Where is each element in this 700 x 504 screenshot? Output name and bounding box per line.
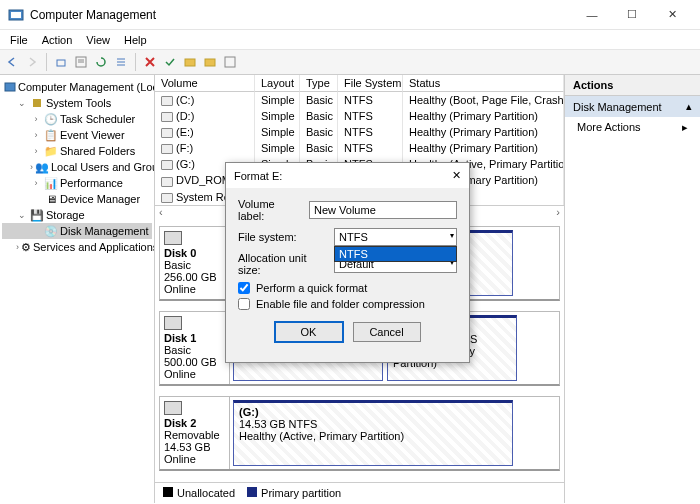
disk-label[interactable]: Disk 0Basic256.00 GBOnline [160,227,230,299]
forward-icon[interactable] [24,54,40,70]
col-filesystem[interactable]: File System [338,75,403,92]
svg-rect-13 [33,99,41,107]
menu-help[interactable]: Help [118,32,153,48]
back-icon[interactable] [4,54,20,70]
actions-disk-management[interactable]: Disk Management▴ [565,96,700,117]
toolbar [0,49,700,75]
tree-shared-folders[interactable]: ›📁Shared Folders [2,143,152,159]
volume-icon [161,112,173,122]
chevron-right-icon: ▸ [682,121,688,134]
filesystem-dropdown: NTFS [334,246,457,262]
volume-header-row: Volume Layout Type File System Status [155,75,564,92]
maximize-button[interactable]: ☐ [612,1,652,29]
tree-performance[interactable]: ›📊Performance [2,175,152,191]
actions-panel: Actions Disk Management▴ More Actions▸ [565,75,700,503]
delete-icon[interactable] [142,54,158,70]
compression-input[interactable] [238,298,250,310]
chevron-down-icon: ▾ [450,231,454,240]
properties-icon[interactable] [73,54,89,70]
col-layout[interactable]: Layout [255,75,300,92]
volume-row[interactable]: (F:)SimpleBasicNTFSHealthy (Primary Part… [155,140,564,156]
filesystem-option-ntfs[interactable]: NTFS [335,247,456,261]
volume-icon [161,96,173,106]
tree-task-scheduler[interactable]: ›🕒Task Scheduler [2,111,152,127]
dialog-title: Format E: [234,170,282,182]
menu-file[interactable]: File [4,32,34,48]
disk-label[interactable]: Disk 2Removable14.53 GBOnline [160,397,230,469]
disk-icon [164,401,182,415]
tree-disk-management[interactable]: 💿Disk Management [2,223,152,239]
help-icon[interactable] [222,54,238,70]
refresh-icon[interactable] [93,54,109,70]
volume-icon [161,144,173,154]
minimize-button[interactable]: — [572,1,612,29]
tree-storage[interactable]: ⌄💾Storage [2,207,152,223]
actions-more[interactable]: More Actions▸ [565,117,700,138]
tree-local-users[interactable]: ›👥Local Users and Groups [2,159,152,175]
partition[interactable]: (G:)14.53 GB NTFSHealthy (Active, Primar… [233,400,513,466]
cancel-button[interactable]: Cancel [353,322,421,342]
compression-checkbox[interactable]: Enable file and folder compression [238,298,457,310]
tree-system-tools[interactable]: ⌄System Tools [2,95,152,111]
app-icon [8,7,24,23]
legend-unallocated: Unallocated [163,487,235,499]
disk-label[interactable]: Disk 1Basic500.00 GBOnline [160,312,230,384]
svg-rect-12 [5,83,15,91]
volume-icon [161,177,173,187]
tree-device-manager[interactable]: 🖥Device Manager [2,191,152,207]
tree-root[interactable]: Computer Management (Local [2,79,152,95]
volume-icon [161,193,173,203]
disk-icon [164,231,182,245]
window-title: Computer Management [30,8,572,22]
list-icon[interactable] [113,54,129,70]
svg-rect-2 [57,60,65,66]
volume-row[interactable]: (C:)SimpleBasicNTFSHealthy (Boot, Page F… [155,92,564,108]
svg-rect-9 [185,59,195,66]
menubar: File Action View Help [0,30,700,49]
svg-rect-10 [205,59,215,66]
svg-rect-1 [11,12,21,18]
filesystem-label: File system: [238,231,328,243]
collapse-icon: ▴ [686,100,692,113]
format-dialog: Format E: ✕ Volume label: File system: N… [225,162,470,363]
up-icon[interactable] [53,54,69,70]
svg-rect-11 [225,57,235,67]
allocation-label: Allocation unit size: [238,252,328,276]
titlebar: Computer Management — ☐ ✕ [0,0,700,30]
volume-row[interactable]: (D:)SimpleBasicNTFSHealthy (Primary Part… [155,108,564,124]
tree-services-apps[interactable]: ›⚙Services and Applications [2,239,152,255]
actions-header: Actions [565,75,700,96]
volume-icon [161,160,173,170]
ok-button[interactable]: OK [275,322,343,342]
disk-row: Disk 2Removable14.53 GBOnline(G:)14.53 G… [159,396,560,471]
legend-primary: Primary partition [247,487,341,499]
folder-icon[interactable] [182,54,198,70]
volume-label-label: Volume label: [238,198,303,222]
volume-row[interactable]: (E:)SimpleBasicNTFSHealthy (Primary Part… [155,124,564,140]
quick-format-input[interactable] [238,282,250,294]
menu-action[interactable]: Action [36,32,79,48]
col-volume[interactable]: Volume [155,75,255,92]
disk-icon [164,316,182,330]
tree-panel: Computer Management (Local ⌄System Tools… [0,75,155,503]
folder2-icon[interactable] [202,54,218,70]
dialog-titlebar: Format E: ✕ [226,163,469,188]
menu-view[interactable]: View [80,32,116,48]
close-button[interactable]: ✕ [652,1,692,29]
dialog-close-icon[interactable]: ✕ [452,169,461,182]
col-type[interactable]: Type [300,75,338,92]
legend: Unallocated Primary partition [155,482,564,503]
quick-format-checkbox[interactable]: Perform a quick format [238,282,457,294]
check-icon[interactable] [162,54,178,70]
filesystem-combo[interactable]: NTFS▾ NTFS [334,228,457,246]
col-status[interactable]: Status [403,75,564,92]
volume-icon [161,128,173,138]
tree-event-viewer[interactable]: ›📋Event Viewer [2,127,152,143]
volume-label-input[interactable] [309,201,457,219]
